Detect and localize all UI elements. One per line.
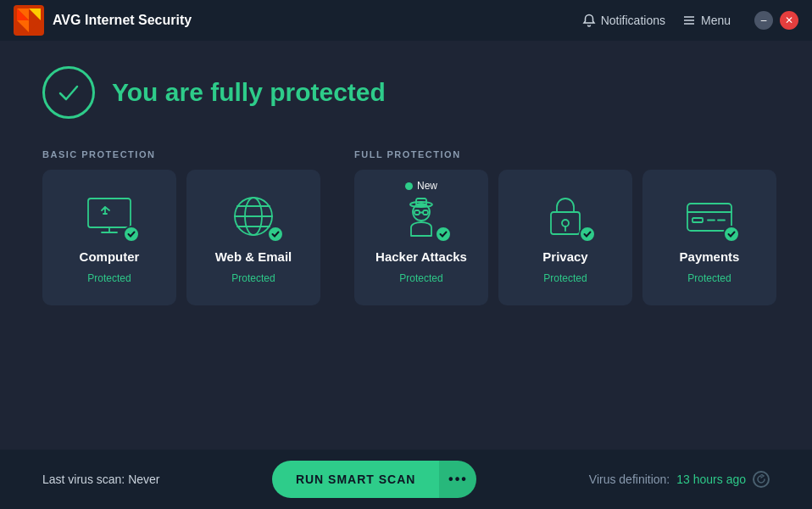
full-protection-group: FULL PROTECTION New xyxy=(354,149,776,305)
menu-button[interactable]: Menu xyxy=(682,14,731,27)
hacker-icon-wrapper xyxy=(394,192,448,241)
app-title: AVG Internet Security xyxy=(53,13,192,28)
scan-button-group: RUN SMART SCAN ••• xyxy=(272,461,477,498)
main-content: You are fully protected BASIC PROTECTION xyxy=(0,41,812,322)
status-header: You are fully protected xyxy=(42,66,770,119)
status-text: You are fully protected xyxy=(112,78,386,107)
computer-card-status: Protected xyxy=(87,272,131,284)
privacy-card-status: Protected xyxy=(543,272,587,284)
virus-def-time: 13 hours ago xyxy=(676,473,746,486)
web-email-card-status: Protected xyxy=(231,272,275,284)
hacker-card-status: Protected xyxy=(399,272,442,284)
full-protection-cards: New xyxy=(354,170,776,305)
payments-card[interactable]: Payments Protected xyxy=(642,170,776,305)
virus-definition-info: Virus definition: 13 hours ago xyxy=(589,471,770,488)
web-email-card[interactable]: Web & Email Protected xyxy=(186,170,320,305)
hacker-attacks-card[interactable]: New xyxy=(354,170,488,305)
titlebar-right: Notifications Menu – ✕ xyxy=(582,11,798,30)
svg-point-18 xyxy=(410,202,432,207)
payments-icon-wrapper xyxy=(682,192,737,241)
payments-card-status: Protected xyxy=(687,272,731,284)
privacy-card[interactable]: Privacy Protected xyxy=(498,170,632,305)
menu-label: Menu xyxy=(701,14,731,27)
status-prefix: You are xyxy=(112,78,210,106)
new-dot xyxy=(405,182,413,190)
svg-rect-28 xyxy=(692,218,703,222)
computer-card-name: Computer xyxy=(80,249,140,264)
bottom-bar: Last virus scan: Never RUN SMART SCAN ••… xyxy=(0,450,812,509)
basic-protection-cards: Computer Protected xyxy=(42,170,320,305)
window-controls: – ✕ xyxy=(754,11,798,30)
web-email-card-name: Web & Email xyxy=(215,249,292,264)
computer-card[interactable]: Computer Protected xyxy=(42,170,176,305)
svg-rect-9 xyxy=(88,199,131,227)
close-button[interactable]: ✕ xyxy=(780,11,798,30)
web-email-icon-wrapper xyxy=(226,192,281,241)
run-smart-scan-button[interactable]: RUN SMART SCAN xyxy=(272,461,440,498)
svg-rect-26 xyxy=(687,204,731,231)
bell-icon xyxy=(582,14,596,27)
basic-protection-label: BASIC PROTECTION xyxy=(42,149,320,159)
hacker-check-icon xyxy=(435,226,452,243)
hacker-card-name: Hacker Attacks xyxy=(375,249,467,264)
new-badge: New xyxy=(405,180,437,192)
refresh-icon xyxy=(756,474,766,484)
virus-def-label: Virus definition: xyxy=(589,473,670,486)
computer-icon-wrapper xyxy=(82,192,136,241)
avg-logo-icon xyxy=(14,5,44,36)
minimize-button[interactable]: – xyxy=(754,11,773,30)
payments-card-name: Payments xyxy=(680,249,740,264)
menu-icon xyxy=(682,14,696,27)
last-scan-info: Last virus scan: Never xyxy=(42,473,160,486)
new-label: New xyxy=(417,180,437,192)
full-protection-label: FULL PROTECTION xyxy=(354,149,776,159)
status-highlight: fully protected xyxy=(210,78,386,106)
privacy-card-name: Privacy xyxy=(542,249,587,264)
titlebar: AVG Internet Security Notifications Menu… xyxy=(0,0,812,41)
privacy-icon-wrapper xyxy=(538,192,592,241)
checkmark-icon xyxy=(56,80,81,105)
basic-protection-group: BASIC PROTECTION xyxy=(42,149,320,305)
web-email-check-icon xyxy=(267,226,284,243)
notifications-button[interactable]: Notifications xyxy=(582,14,665,27)
notifications-label: Notifications xyxy=(601,14,665,27)
status-icon xyxy=(42,66,95,119)
scan-more-button[interactable]: ••• xyxy=(439,461,476,498)
protection-sections: BASIC PROTECTION xyxy=(42,149,770,305)
last-scan-value: Never xyxy=(128,473,159,486)
refresh-button[interactable] xyxy=(753,471,770,488)
computer-check-icon xyxy=(123,226,140,243)
privacy-check-icon xyxy=(579,226,596,243)
last-scan-label: Last virus scan: xyxy=(42,473,125,486)
titlebar-left: AVG Internet Security xyxy=(14,5,192,36)
svg-point-24 xyxy=(562,220,569,227)
payments-check-icon xyxy=(723,226,740,243)
